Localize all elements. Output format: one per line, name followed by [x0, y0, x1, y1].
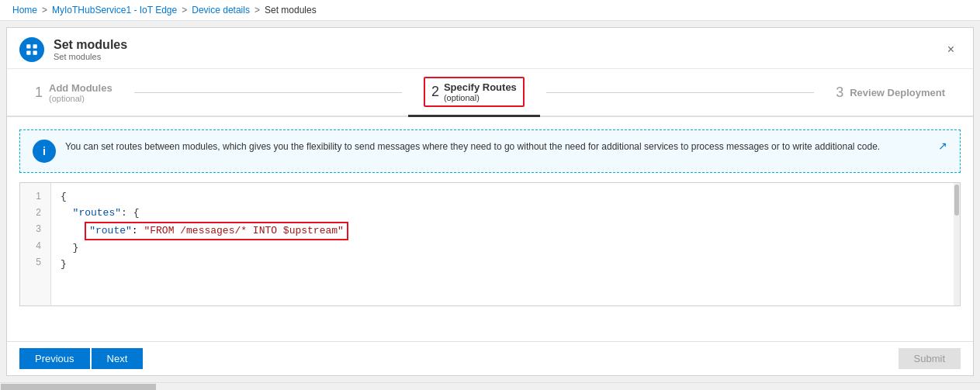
- step-connector-1: [134, 92, 402, 93]
- code-line-3: "route": "FROM /messages/* INTO $upstrea…: [61, 222, 944, 241]
- breadcrumb-device[interactable]: Device details: [192, 5, 250, 16]
- breadcrumb-sep-3: >: [255, 5, 260, 16]
- main-panel: Set modules Set modules × 1 Add Modules …: [6, 27, 974, 376]
- steps-bar: 1 Add Modules (optional) 2 Specify Route…: [7, 69, 973, 117]
- line-num-2: 2: [29, 205, 41, 220]
- step-connector-2: [546, 92, 814, 93]
- step-1-num: 1: [35, 85, 43, 101]
- code-line-5: }: [61, 257, 944, 273]
- editor-scrollbar[interactable]: [954, 183, 960, 305]
- info-icon: i: [33, 140, 56, 163]
- outer-frame: Home > MyIoTHubService1 - IoT Edge > Dev…: [0, 0, 980, 390]
- panel-footer: Previous Next Submit: [7, 341, 973, 375]
- code-editor[interactable]: 1 2 3 4 5 { "routes": { "route": "FROM /…: [19, 182, 961, 306]
- breadcrumb-hub[interactable]: MyIoTHubService1 - IoT Edge: [52, 5, 177, 16]
- breadcrumb-sep-1: >: [42, 5, 47, 16]
- close-button[interactable]: ×: [941, 40, 961, 60]
- svg-rect-0: [26, 44, 30, 48]
- step-2-num: 2: [431, 84, 439, 100]
- info-text: You can set routes between modules, whic…: [65, 140, 929, 154]
- svg-rect-3: [33, 51, 37, 55]
- panel-icon: [19, 37, 44, 62]
- step-3-label: Review Deployment: [850, 87, 945, 98]
- line-num-1: 1: [29, 189, 41, 204]
- panel-subtitle: Set modules: [54, 52, 127, 61]
- step-1[interactable]: 1 Add Modules (optional): [19, 69, 128, 116]
- breadcrumb-current: Set modules: [265, 5, 317, 16]
- svg-rect-2: [26, 51, 30, 55]
- line-num-5: 5: [29, 255, 41, 270]
- panel-title: Set modules: [54, 38, 127, 52]
- bottom-scrollbar-thumb: [1, 384, 156, 390]
- scrollbar-thumb: [954, 185, 959, 216]
- step-3-num: 3: [836, 85, 843, 101]
- step-2-border: 2 Specify Routes (optional): [424, 77, 525, 107]
- code-line-2: "routes": {: [61, 205, 944, 222]
- bottom-scrollbar[interactable]: [0, 382, 980, 390]
- next-button[interactable]: Next: [92, 348, 144, 369]
- code-line-4: }: [61, 240, 944, 257]
- modules-icon: [25, 43, 39, 57]
- code-content[interactable]: { "routes": { "route": "FROM /messages/*…: [51, 183, 954, 305]
- line-num-4: 4: [29, 239, 41, 254]
- breadcrumb-sep-2: >: [182, 5, 187, 16]
- external-link-icon[interactable]: ↗: [938, 140, 947, 152]
- breadcrumb: Home > MyIoTHubService1 - IoT Edge > Dev…: [0, 0, 980, 21]
- previous-button[interactable]: Previous: [19, 348, 90, 369]
- svg-rect-1: [33, 44, 37, 48]
- code-line-1: {: [61, 189, 944, 205]
- footer-left: Previous Next: [19, 348, 143, 369]
- submit-button: Submit: [899, 348, 961, 369]
- breadcrumb-home[interactable]: Home: [12, 5, 37, 16]
- step-2[interactable]: 2 Specify Routes (optional): [408, 69, 540, 117]
- step-1-label: Add Modules (optional): [49, 82, 113, 103]
- panel-title-group: Set modules Set modules: [19, 37, 127, 62]
- panel-header: Set modules Set modules ×: [7, 28, 973, 69]
- step-3[interactable]: 3 Review Deployment: [820, 69, 961, 116]
- panel-title-text: Set modules Set modules: [54, 38, 127, 61]
- content-area[interactable]: i You can set routes between modules, wh…: [7, 117, 973, 341]
- info-box: i You can set routes between modules, wh…: [19, 129, 961, 173]
- line-numbers: 1 2 3 4 5: [20, 183, 51, 305]
- step-2-label: Specify Routes (optional): [444, 81, 517, 102]
- line-num-3: 3: [29, 222, 41, 236]
